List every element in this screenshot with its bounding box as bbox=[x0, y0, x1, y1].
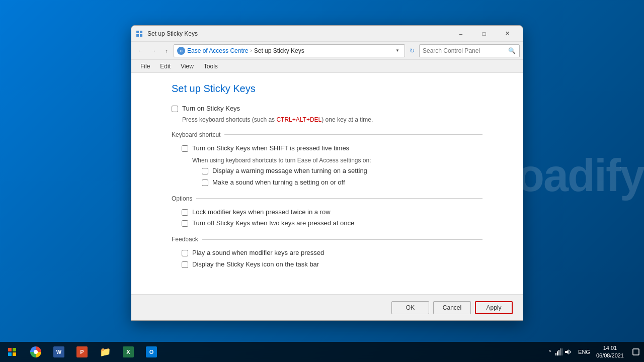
notification-center-button[interactable] bbox=[628, 342, 644, 362]
search-box: 🔍 bbox=[419, 44, 520, 57]
network-svg bbox=[555, 348, 562, 355]
sticky-keys-shift-checkbox[interactable] bbox=[182, 145, 188, 152]
options-section-header: Options bbox=[172, 195, 482, 202]
turn-off-two-keys-label: Turn off Sticky Keys when two keys are p… bbox=[192, 219, 354, 228]
svg-rect-10 bbox=[555, 353, 556, 355]
menubar: File Edit View Tools bbox=[131, 60, 523, 73]
notifications-chevron-icon[interactable]: ^ bbox=[546, 348, 554, 356]
language-indicator[interactable]: ENG bbox=[576, 349, 592, 355]
cancel-button[interactable]: Cancel bbox=[433, 301, 471, 314]
keyboard-check-row: Turn on Sticky Keys when SHIFT is presse… bbox=[182, 144, 482, 153]
breadcrumb-parent[interactable]: Ease of Access Centre bbox=[187, 47, 248, 54]
svg-rect-3 bbox=[140, 34, 142, 37]
taskbar-app-powerpoint[interactable]: P bbox=[70, 342, 94, 362]
breadcrumb-dropdown-button[interactable]: ▼ bbox=[393, 47, 401, 55]
button-row: OK Cancel Apply bbox=[131, 294, 523, 320]
titlebar-controls: – □ ✕ bbox=[449, 26, 519, 42]
svg-rect-9 bbox=[13, 352, 16, 356]
svg-rect-8 bbox=[8, 352, 12, 356]
play-sound-row: Play a sound when modifier keys are pres… bbox=[182, 249, 482, 257]
chrome-icon bbox=[30, 346, 41, 357]
breadcrumb-separator: › bbox=[250, 48, 252, 53]
menu-tools[interactable]: Tools bbox=[199, 61, 223, 72]
word-icon: W bbox=[53, 346, 64, 357]
options-section-title: Options bbox=[172, 195, 196, 202]
content-area: Set up Sticky Keys Turn on Sticky Keys P… bbox=[131, 73, 523, 294]
breadcrumb-current: Set up Sticky Keys bbox=[254, 47, 304, 54]
taskbar-app-explorer[interactable]: 📁 bbox=[94, 342, 117, 362]
main-check-label: Turn on Sticky Keys bbox=[182, 105, 240, 113]
outlook-icon: O bbox=[146, 346, 157, 357]
display-icon-row: Display the Sticky Keys icon on the task… bbox=[182, 260, 482, 269]
taskbar-clock[interactable]: 14:01 06/08/2021 bbox=[592, 342, 628, 362]
ok-button[interactable]: OK bbox=[391, 301, 429, 314]
turn-off-two-keys-checkbox[interactable] bbox=[182, 220, 188, 227]
sound-checkbox[interactable] bbox=[202, 179, 208, 186]
titlebar: Set up Sticky Keys – □ ✕ bbox=[131, 26, 523, 42]
warning-message-checkbox[interactable] bbox=[202, 168, 208, 174]
minimize-button[interactable]: – bbox=[449, 26, 472, 42]
svg-rect-13 bbox=[560, 348, 561, 355]
play-sound-checkbox[interactable] bbox=[182, 250, 188, 256]
svg-marker-15 bbox=[565, 349, 569, 354]
svg-rect-7 bbox=[13, 348, 16, 351]
display-icon-label: Display the Sticky Keys icon on the task… bbox=[192, 260, 319, 269]
lock-modifier-checkbox[interactable] bbox=[182, 209, 188, 216]
taskbar-apps: W P 📁 X O bbox=[24, 342, 542, 362]
keyboard-section-line bbox=[224, 134, 482, 135]
back-button[interactable]: ← bbox=[134, 45, 146, 57]
page-title: Set up Sticky Keys bbox=[172, 83, 482, 95]
turn-off-two-keys-row: Turn off Sticky Keys when two keys are p… bbox=[182, 219, 482, 228]
options-section-line bbox=[196, 198, 482, 199]
main-check-row: Turn on Sticky Keys bbox=[172, 105, 482, 113]
svg-rect-11 bbox=[557, 351, 558, 355]
ctrl-alt-del-text: CTRL+ALT+DEL bbox=[276, 116, 321, 123]
taskbar-app-excel[interactable]: X bbox=[117, 342, 140, 362]
menu-file[interactable]: File bbox=[135, 61, 155, 72]
desktop: uploadify Set up Sticky Keys – □ ✕ ← bbox=[0, 0, 644, 362]
powerpoint-icon: P bbox=[76, 346, 88, 357]
apply-button[interactable]: Apply bbox=[475, 301, 513, 314]
notification-icon bbox=[632, 348, 639, 355]
keyboard-section-title: Keyboard shortcut bbox=[172, 131, 224, 138]
main-check-desc: Press keyboard shortcuts (such as CTRL+A… bbox=[182, 116, 482, 123]
warning-message-label: Display a warning message when turning o… bbox=[212, 167, 367, 175]
display-icon-checkbox[interactable] bbox=[182, 261, 188, 268]
maximize-button[interactable]: □ bbox=[472, 26, 496, 42]
menu-view[interactable]: View bbox=[176, 61, 199, 72]
search-button[interactable]: 🔍 bbox=[507, 46, 516, 55]
feedback-section-title: Feedback bbox=[172, 236, 202, 243]
search-input[interactable] bbox=[423, 47, 505, 54]
breadcrumb-bar: ⚙ Ease of Access Centre › Set up Sticky … bbox=[174, 44, 405, 57]
file-explorer-icon: 📁 bbox=[100, 346, 111, 357]
svg-rect-0 bbox=[136, 31, 139, 33]
feedback-section-line bbox=[202, 239, 482, 240]
warning-message-row: Display a warning message when turning o… bbox=[202, 167, 482, 175]
forward-button[interactable]: → bbox=[147, 45, 159, 57]
play-sound-label: Play a sound when modifier keys are pres… bbox=[192, 249, 324, 257]
keyboard-section-header: Keyboard shortcut bbox=[172, 131, 482, 138]
svg-text:⚙: ⚙ bbox=[180, 49, 183, 53]
taskbar-app-outlook[interactable]: O bbox=[140, 342, 163, 362]
keyboard-subsection: Turn on Sticky Keys when SHIFT is presse… bbox=[182, 144, 482, 187]
svg-rect-2 bbox=[136, 34, 139, 37]
lock-modifier-label: Lock modifier keys when pressed twice in… bbox=[192, 208, 331, 217]
taskbar-app-chrome[interactable] bbox=[24, 342, 47, 362]
volume-icon[interactable] bbox=[564, 348, 572, 356]
clock-time: 14:01 bbox=[603, 344, 617, 352]
close-button[interactable]: ✕ bbox=[496, 26, 519, 42]
keyboard-sub-label: When using keyboard shortcuts to turn Ea… bbox=[192, 157, 482, 164]
up-button[interactable]: ↑ bbox=[160, 45, 173, 57]
network-icon[interactable] bbox=[555, 348, 563, 356]
navbar: ← → ↑ ⚙ Ease of Access Centre › Set up S… bbox=[131, 42, 523, 60]
keyboard-sub-checkboxes: Display a warning message when turning o… bbox=[192, 167, 482, 187]
turn-on-sticky-keys-checkbox[interactable] bbox=[172, 106, 178, 112]
menu-edit[interactable]: Edit bbox=[155, 61, 176, 72]
breadcrumb-icon: ⚙ bbox=[177, 47, 185, 55]
svg-rect-16 bbox=[633, 349, 639, 355]
feedback-subsection: Play a sound when modifier keys are pres… bbox=[182, 249, 482, 269]
refresh-button[interactable]: ↻ bbox=[406, 45, 418, 57]
taskbar-app-word[interactable]: W bbox=[47, 342, 70, 362]
start-button[interactable] bbox=[0, 342, 24, 362]
clock-date: 06/08/2021 bbox=[596, 352, 624, 359]
